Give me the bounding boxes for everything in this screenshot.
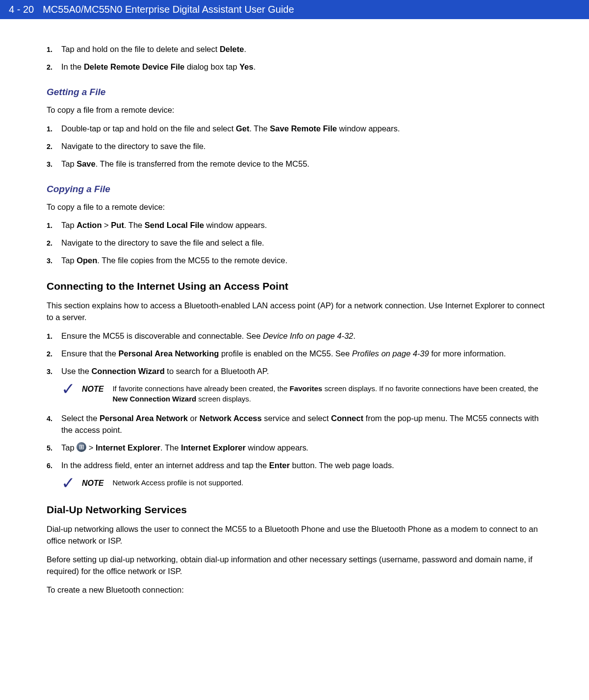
list-text: Double-tap or tap and hold on the file a… [61,123,550,135]
note-label: NOTE [82,383,103,395]
list-number: 3. [47,367,61,377]
list-text: In the Delete Remote Device File dialog … [61,61,550,73]
note: ✓NOTEIf favorite connections have alread… [61,383,550,404]
list-item: 4.Select the Personal Area Network or Ne… [47,413,550,436]
list-item: 2.Ensure that the Personal Area Networki… [47,348,550,360]
start-icon [77,442,86,452]
list-text: Ensure that the Personal Area Networking… [61,348,550,360]
list-number: 6. [47,461,61,471]
list-text: Tap Open. The file copies from the MC55 … [61,255,550,267]
dialup-para3: To create a new Bluetooth connection: [47,584,550,596]
copying-intro: To copy a file to a remote device: [47,201,550,213]
list-number: 1. [47,331,61,342]
document-title: MC55A0/MC55N0 Enterprise Digital Assista… [43,4,294,15]
note-text: Network Access profile is not supported. [112,477,550,488]
ap-steps: 1.Ensure the MC55 is discoverable and co… [47,330,550,490]
list-number: 4. [47,414,61,424]
list-item: 1.Double-tap or tap and hold on the file… [47,123,550,135]
list-item: 2.In the Delete Remote Device File dialo… [47,61,550,73]
list-text: Navigate to the directory to save the fi… [61,237,550,249]
list-item: 1.Tap and hold on the file to delete and… [47,44,550,55]
note-label: NOTE [82,477,103,489]
list-number: 3. [47,159,61,170]
list-text: Tap Action > Put. The Send Local File wi… [61,220,550,231]
copying-steps: 1.Tap Action > Put. The Send Local File … [47,220,550,267]
page-content: 1.Tap and hold on the file to delete and… [0,19,589,613]
list-number: 2. [47,62,61,73]
list-item: 2.Navigate to the directory to save the … [47,141,550,152]
list-note-wrapper: ✓NOTENetwork Access profile is not suppo… [47,477,550,491]
list-number: 2. [47,238,61,249]
delete-steps: 1.Tap and hold on the file to delete and… [47,44,550,73]
list-number: 2. [47,142,61,152]
page-number: 4 - 20 [9,4,34,15]
heading-connecting-ap: Connecting to the Internet Using an Acce… [47,280,550,292]
list-text: Use the Connection Wizard to search for … [61,366,550,377]
list-item: 3.Tap Open. The file copies from the MC5… [47,255,550,267]
list-number: 5. [47,443,61,453]
dialup-para1: Dial-up networking allows the user to co… [47,524,550,547]
list-text: Tap Save. The file is transferred from t… [61,158,550,170]
list-item: 1.Ensure the MC55 is discoverable and co… [47,330,550,342]
heading-copying-file: Copying a File [47,184,550,195]
note: ✓NOTENetwork Access profile is not suppo… [61,477,550,491]
list-note-wrapper: ✓NOTEIf favorite connections have alread… [47,383,550,404]
ap-intro: This section explains how to access a Bl… [47,300,550,324]
getting-intro: To copy a file from a remote device: [47,104,550,116]
list-item: 1.Tap Action > Put. The Send Local File … [47,220,550,231]
list-number: 1. [47,124,61,134]
list-text: Ensure the MC55 is discoverable and conn… [61,330,550,342]
list-text: Navigate to the directory to save the fi… [61,141,550,152]
list-item: 3.Use the Connection Wizard to search fo… [47,366,550,377]
list-text: Select the Personal Area Network or Netw… [61,413,550,436]
list-number: 3. [47,256,61,266]
heading-getting-file: Getting a File [47,87,550,98]
note-text: If favorite connections have already bee… [112,383,550,404]
list-text: Tap > Internet Explorer. The Internet Ex… [61,442,550,454]
checkmark-icon: ✓ [61,381,75,397]
list-number: 1. [47,221,61,231]
page-header: 4 - 20 MC55A0/MC55N0 Enterprise Digital … [0,0,589,19]
getting-steps: 1.Double-tap or tap and hold on the file… [47,123,550,170]
list-number: 1. [47,45,61,55]
list-number: 2. [47,349,61,359]
list-item: 3.Tap Save. The file is transferred from… [47,158,550,170]
list-item: 6.In the address field, enter an interne… [47,460,550,472]
list-item: 5.Tap > Internet Explorer. The Internet … [47,442,550,454]
checkmark-icon: ✓ [61,475,75,491]
list-item: 2.Navigate to the directory to save the … [47,237,550,249]
heading-dialup: Dial-Up Networking Services [47,504,550,516]
list-text: In the address field, enter an internet … [61,460,550,472]
dialup-para2: Before setting up dial-up networking, ob… [47,554,550,577]
list-text: Tap and hold on the file to delete and s… [61,44,550,55]
